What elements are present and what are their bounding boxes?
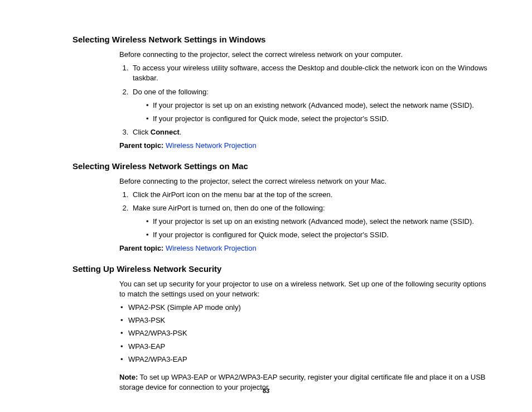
bullet-item: WPA3-EAP <box>119 342 493 352</box>
steps-list: Click the AirPort icon on the menu bar a… <box>119 190 493 241</box>
intro-text: Before connecting to the projector, sele… <box>119 176 493 186</box>
bullet-item: WPA2/WPA3-PSK <box>119 328 493 338</box>
note-label: Note: <box>119 373 138 381</box>
section-heading-windows: Selecting Wireless Network Settings in W… <box>72 33 493 45</box>
bullet-item: If your projector is set up on an existi… <box>146 100 493 111</box>
step-text: Do one of the following: <box>133 88 209 96</box>
step-bold: Connect <box>151 128 180 136</box>
security-options-list: WPA2-PSK (Simple AP mode only) WPA3-PSK … <box>119 303 493 365</box>
intro-text: Before connecting to the projector, sele… <box>119 50 493 60</box>
parent-topic-label: Parent topic: <box>119 141 163 150</box>
parent-topic-link[interactable]: Wireless Network Projection <box>166 244 257 252</box>
section-heading-security: Setting Up Wireless Network Security <box>72 263 493 275</box>
step-item: Click Connect. <box>130 127 493 137</box>
step-text: Make sure AirPort is turned on, then do … <box>133 204 325 212</box>
parent-topic-label: Parent topic: <box>119 244 163 252</box>
intro-text: You can set up security for your project… <box>119 279 493 299</box>
step-item: Do one of the following: If your project… <box>130 87 493 124</box>
step-suffix: . <box>180 128 182 136</box>
page-number: 83 <box>0 387 532 395</box>
sub-bullets: If your projector is set up on an existi… <box>146 100 493 124</box>
step-prefix: Click <box>133 128 151 136</box>
section-heading-mac: Selecting Wireless Network Settings on M… <box>72 160 493 172</box>
bullet-item: WPA2-PSK (Simple AP mode only) <box>119 303 493 313</box>
bullet-item: If your projector is configured for Quic… <box>146 114 493 124</box>
bullet-item: If your projector is configured for Quic… <box>146 230 493 240</box>
bullet-item: If your projector is set up on an existi… <box>146 217 493 227</box>
parent-topic: Parent topic: Wireless Network Projectio… <box>119 141 493 151</box>
steps-list: To access your wireless utility software… <box>119 63 493 137</box>
step-item: To access your wireless utility software… <box>130 63 493 83</box>
bullet-item: WPA3-PSK <box>119 315 493 325</box>
step-item: Click the AirPort icon on the menu bar a… <box>130 190 493 200</box>
sub-bullets: If your projector is set up on an existi… <box>146 217 493 240</box>
parent-topic-link[interactable]: Wireless Network Projection <box>166 141 257 150</box>
step-item: Make sure AirPort is turned on, then do … <box>130 203 493 241</box>
bullet-item: WPA2/WPA3-EAP <box>119 354 493 365</box>
parent-topic: Parent topic: Wireless Network Projectio… <box>119 243 493 253</box>
